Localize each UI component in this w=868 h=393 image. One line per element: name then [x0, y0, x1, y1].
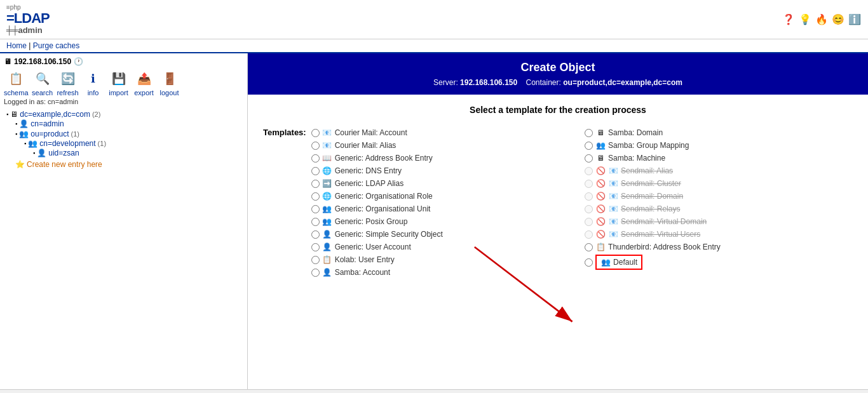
logout-button[interactable]: 🚪 logout: [158, 69, 181, 97]
info-button[interactable]: ℹ info: [82, 69, 105, 97]
template-generic-simple-security: 👤 Generic: Simple Security Object: [311, 228, 580, 241]
radio-samba-machine[interactable]: [585, 154, 593, 163]
kolab-user-entry-label[interactable]: Kolab: User Entry: [335, 255, 395, 264]
tree-row-cn-development[interactable]: ▪ 👥 cn=development (1): [24, 139, 243, 148]
question-icon[interactable]: ❓: [782, 13, 796, 27]
cn-admin-label[interactable]: cn=admin: [31, 119, 64, 128]
sendmail-virtual-domain-mail-icon: 📧: [608, 216, 618, 227]
footer: 1.2.4: [0, 389, 868, 393]
flame-icon[interactable]: 🔥: [815, 13, 829, 27]
radio-courier-mail-alias[interactable]: [311, 142, 320, 150]
uid-zsan-label[interactable]: uid=zsan: [48, 149, 79, 157]
radio-generic-user-account[interactable]: [311, 243, 320, 251]
thunderbird-address-book-label[interactable]: Thunderbird: Address Book Entry: [608, 243, 721, 251]
container-value: ou=product,dc=example,dc=com: [563, 78, 682, 87]
import-button[interactable]: 💾 import: [107, 69, 130, 97]
dc-label[interactable]: dc=example,dc=com: [20, 110, 90, 119]
radio-sendmail-virtual-users[interactable]: [585, 230, 593, 239]
sendmail-relays-icon: 🚫: [595, 204, 606, 214]
tree-row-cn-admin[interactable]: ▪ 👤 cn=admin: [15, 119, 243, 128]
samba-account-label[interactable]: Samba: Account: [335, 268, 390, 277]
home-link[interactable]: Home: [6, 41, 27, 50]
cn-dev-label[interactable]: cn=development: [39, 139, 95, 148]
create-new-entry[interactable]: ⭐ Create new entry here: [15, 160, 243, 169]
radio-generic-simple-security[interactable]: [311, 230, 320, 239]
template-sendmail-relays: 🚫 📧 Sendmail: Relays: [585, 203, 853, 215]
tree-row-ou-product[interactable]: ▪ 👥 ou=product (1): [15, 130, 243, 138]
schema-button[interactable]: 📋 schema: [4, 69, 29, 97]
radio-kolab-user-entry[interactable]: [311, 256, 320, 264]
tree-children-product: ▪ 👥 cn=development (1) ▪: [15, 138, 243, 159]
dash-icon-product: ▪: [15, 131, 17, 137]
radio-sendmail-cluster[interactable]: [585, 180, 593, 188]
radio-sendmail-relays[interactable]: [585, 205, 593, 213]
tree-row-dc-example[interactable]: ▪ 🖥 dc=example,dc=com (2): [6, 110, 243, 119]
sendmail-relays-label: Sendmail: Relays: [621, 204, 680, 213]
courier-mail-account-label[interactable]: Courier Mail: Account: [335, 128, 407, 137]
generic-ldap-alias-label[interactable]: Generic: LDAP Alias: [335, 179, 404, 188]
generic-ldap-alias-icon: ➡️: [322, 178, 332, 189]
help-circle-icon[interactable]: ℹ️: [848, 13, 862, 27]
refresh-button[interactable]: 🔄 refresh: [57, 69, 79, 97]
radio-generic-org-role[interactable]: [311, 192, 320, 201]
radio-generic-address-book[interactable]: [311, 154, 320, 163]
radio-sendmail-virtual-domain[interactable]: [585, 218, 593, 226]
default-box: 👥 Default: [595, 255, 642, 270]
generic-user-account-label[interactable]: Generic: User Account: [335, 243, 411, 251]
generic-org-unit-label[interactable]: Generic: Organisational Unit: [335, 204, 431, 213]
generic-dns-label[interactable]: Generic: DNS Entry: [335, 166, 402, 175]
export-button[interactable]: 📤 export: [133, 69, 156, 97]
tree-row-uid-zsan[interactable]: ▪ 👤 uid=zsan: [33, 149, 243, 157]
server-address: 192.168.106.150: [14, 57, 71, 66]
radio-sendmail-domain[interactable]: [585, 192, 593, 201]
dc-icon: 🖥: [10, 110, 18, 119]
purge-caches-link[interactable]: Purge caches: [33, 41, 79, 50]
tree-children-dev: ▪ 👤 uid=zsan: [24, 148, 243, 158]
radio-default[interactable]: [585, 258, 593, 267]
radio-samba-group-mapping[interactable]: [585, 142, 593, 150]
ou-product-count: (1): [71, 130, 79, 138]
courier-mail-alias-label[interactable]: Courier Mail: Alias: [335, 141, 397, 150]
radio-courier-mail-account[interactable]: [311, 129, 320, 137]
generic-address-book-label[interactable]: Generic: Address Book Entry: [335, 154, 433, 163]
template-section: Select a template for the creation proce…: [248, 95, 868, 290]
generic-org-unit-icon: 👥: [322, 204, 332, 214]
radio-generic-dns[interactable]: [311, 167, 320, 175]
radio-generic-org-unit[interactable]: [311, 205, 320, 213]
generic-simple-security-label[interactable]: Generic: Simple Security Object: [335, 230, 443, 239]
radio-generic-ldap-alias[interactable]: [311, 180, 320, 188]
navbar: Home | Purge caches: [0, 39, 868, 53]
bulb-icon[interactable]: 💡: [798, 13, 812, 27]
refresh-icon: 🔄: [58, 69, 78, 89]
star-icon: ⭐: [15, 160, 25, 169]
default-label[interactable]: Default: [613, 258, 637, 267]
radio-generic-posix-group[interactable]: [311, 218, 320, 226]
main-layout: 🖥 192.168.106.150 🕐 📋 schema 🔍 search 🔄 …: [0, 53, 868, 389]
template-generic-posix-group: 👥 Generic: Posix Group: [311, 215, 580, 228]
sendmail-virtual-users-mail-icon: 📧: [608, 229, 618, 239]
create-new-indent: ⭐ Create new entry here: [6, 160, 243, 169]
radio-sendmail-alias[interactable]: [585, 167, 593, 175]
samba-domain-label[interactable]: Samba: Domain: [608, 128, 663, 137]
sendmail-virtual-users-label: Sendmail: Virtual Users: [621, 230, 700, 239]
samba-account-icon: 👤: [322, 267, 332, 277]
smiley-icon[interactable]: 😊: [831, 13, 845, 27]
create-new-label[interactable]: Create new entry here: [27, 160, 102, 169]
samba-group-mapping-label[interactable]: Samba: Group Mapping: [608, 141, 689, 150]
logout-label: logout: [160, 89, 179, 97]
toolbar: 📋 schema 🔍 search 🔄 refresh ℹ info 💾 imp…: [4, 69, 243, 97]
radio-samba-domain[interactable]: [585, 129, 593, 137]
samba-machine-label[interactable]: Samba: Machine: [608, 154, 665, 163]
tree: ▪ 🖥 dc=example,dc=com (2) ▪ 👤 cn=admin: [4, 109, 243, 169]
search-button[interactable]: 🔍 search: [31, 69, 54, 97]
radio-thunderbird-address-book[interactable]: [585, 243, 593, 251]
radio-samba-account[interactable]: [311, 269, 320, 277]
generic-org-role-label[interactable]: Generic: Organisational Role: [335, 192, 433, 201]
left-template-col: 📧 Courier Mail: Account 📧 Courier Mail: …: [309, 125, 582, 280]
generic-posix-group-label[interactable]: Generic: Posix Group: [335, 217, 408, 226]
logo: ≡php =LDAP ╪╪admin: [6, 4, 50, 35]
ou-product-label[interactable]: ou=product: [31, 130, 69, 138]
logo-box: ≡php =LDAP ╪╪admin: [6, 4, 50, 35]
template-samba-machine: 🖥 Samba: Machine: [585, 152, 853, 164]
header: ≡php =LDAP ╪╪admin ❓ 💡 🔥 😊 ℹ️: [0, 0, 868, 39]
